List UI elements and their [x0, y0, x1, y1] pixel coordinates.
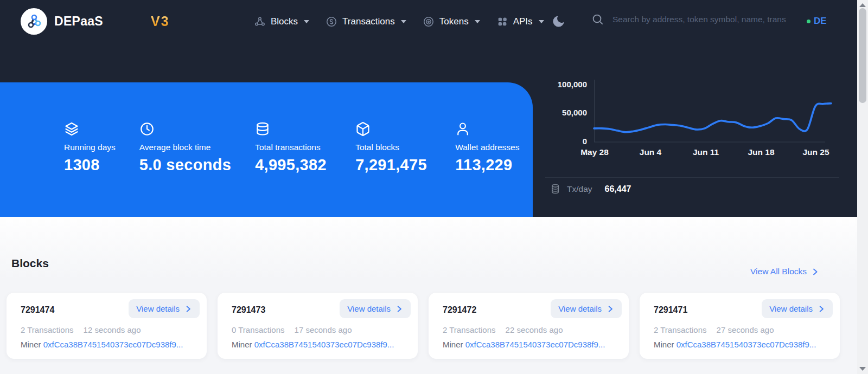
miner-address-link[interactable]: 0xfCca38B7451540373ec07Dc938f9...: [465, 340, 605, 349]
stat-value: 5.0 seconds: [139, 156, 231, 174]
nav-links: Blocks Transactions: [254, 0, 544, 43]
x-axis-tick: Jun 25: [802, 147, 829, 157]
tx-per-day-chart: [594, 79, 833, 145]
stat-value: 1308: [64, 156, 116, 174]
stats-panel: Running days 1308 Average block time 5.0…: [0, 82, 533, 217]
y-axis-tick: 0: [548, 137, 587, 146]
stat-label: Total blocks: [355, 143, 431, 152]
x-axis-tick: Jun 11: [693, 147, 719, 157]
scrollbar-thumb[interactable]: [859, 8, 866, 103]
blocks-icon: [254, 16, 266, 28]
search-bar: [591, 13, 792, 25]
block-card: 7291472 View details 2 Transactions 22 s…: [429, 293, 629, 359]
x-axis-tick: May 28: [580, 147, 609, 157]
nav-item-apis[interactable]: APIs: [496, 16, 544, 28]
stat-value: 4,995,382: [255, 156, 331, 174]
tx-per-day-value: 66,447: [605, 184, 631, 194]
blockchain-explorer-page: DEPaaS V3 Blocks: [0, 0, 868, 374]
blocks-section: Blocks View All Blocks 7291474 View deta…: [0, 217, 857, 374]
view-details-label: View details: [347, 304, 391, 313]
coins-icon: [550, 183, 561, 195]
status-dot-icon: [807, 20, 810, 23]
stat-total-transactions: Total transactions 4,995,382: [255, 121, 331, 217]
navbar: DEPaaS V3 Blocks: [0, 0, 857, 43]
x-axis-tick: Jun 4: [640, 147, 661, 157]
transactions-icon: [326, 16, 337, 28]
clock-icon: [139, 121, 231, 139]
nav-item-tokens[interactable]: Tokens: [423, 16, 480, 28]
miner-address-link[interactable]: 0xfCca38B7451540373ec07Dc938f9...: [43, 340, 183, 349]
block-age: 27 seconds ago: [717, 325, 774, 334]
nav-item-label: APIs: [513, 16, 533, 27]
view-details-button[interactable]: View details: [129, 299, 200, 318]
scroll-up-arrow-icon[interactable]: [859, 3, 866, 7]
user-icon: [455, 121, 519, 139]
view-details-button[interactable]: View details: [762, 299, 833, 318]
layers-icon: [64, 121, 116, 139]
block-age: 17 seconds ago: [295, 325, 352, 334]
block-tx-count: 2 Transactions: [21, 325, 74, 334]
block-cards-row: 7291474 View details 2 Transactions 12 s…: [7, 293, 840, 359]
chevron-right-icon: [395, 305, 403, 313]
y-axis-tick: 50,000: [548, 108, 587, 117]
tx-per-day-label: Tx/day: [567, 184, 592, 194]
chevron-down-icon: [475, 20, 480, 23]
block-tx-count: 2 Transactions: [443, 325, 496, 334]
stat-running-days: Running days 1308: [64, 121, 116, 217]
nav-item-blocks[interactable]: Blocks: [254, 16, 309, 28]
hero-dark-panel: DEPaaS V3 Blocks: [0, 0, 857, 217]
scroll-down-arrow-icon[interactable]: [859, 367, 866, 371]
network-selector[interactable]: DE: [807, 16, 827, 27]
stat-label: Running days: [64, 143, 116, 152]
search-icon[interactable]: [591, 13, 604, 25]
theme-toggle-moon-icon[interactable]: [551, 14, 566, 29]
miner-address-link[interactable]: 0xfCca38B7451540373ec07Dc938f9...: [254, 340, 394, 349]
database-icon: [255, 121, 331, 139]
nav-item-label: Tokens: [439, 16, 469, 27]
chevron-right-icon: [811, 268, 819, 276]
stat-label: Average block time: [139, 143, 231, 152]
search-input[interactable]: [612, 15, 786, 24]
block-tx-count: 2 Transactions: [654, 325, 707, 334]
block-age: 22 seconds ago: [506, 325, 563, 334]
chevron-down-icon: [401, 20, 406, 23]
block-card: 7291474 View details 2 Transactions 12 s…: [7, 293, 207, 359]
brand-name[interactable]: DEPaaS: [54, 14, 103, 29]
miner-label: Miner: [21, 340, 41, 349]
chevron-right-icon: [184, 305, 192, 313]
stat-average-block-time: Average block time 5.0 seconds: [139, 121, 231, 217]
view-details-label: View details: [558, 304, 602, 313]
apis-icon: [496, 16, 508, 28]
miner-address-link[interactable]: 0xfCca38B7451540373ec07Dc938f9...: [676, 340, 816, 349]
divider: [545, 177, 839, 178]
section-title: Blocks: [11, 257, 49, 270]
cube-icon: [355, 121, 431, 139]
stat-wallet-addresses: Wallet addresses 113,229: [455, 121, 519, 217]
block-card: 7291471 View details 2 Transactions 27 s…: [640, 293, 840, 359]
view-details-label: View details: [136, 304, 180, 313]
miner-label: Miner: [232, 340, 252, 349]
tx-chart-line: [594, 104, 831, 132]
network-label: DE: [814, 16, 827, 27]
nav-item-label: Blocks: [271, 16, 298, 27]
block-age: 12 seconds ago: [84, 325, 141, 334]
miner-label: Miner: [443, 340, 463, 349]
view-details-button[interactable]: View details: [340, 299, 411, 318]
chevron-right-icon: [607, 305, 614, 313]
stat-label: Total transactions: [255, 143, 331, 152]
vertical-scrollbar[interactable]: [857, 0, 868, 374]
stat-label: Wallet addresses: [455, 143, 519, 152]
stat-value: 7,291,475: [355, 156, 431, 174]
x-axis-tick: Jun 18: [748, 147, 774, 157]
view-details-button[interactable]: View details: [551, 299, 622, 318]
view-details-label: View details: [769, 304, 813, 313]
nav-item-label: Transactions: [342, 16, 395, 27]
view-all-blocks-label: View All Blocks: [750, 267, 807, 276]
version-badge: V3: [151, 14, 170, 29]
view-all-blocks-link[interactable]: View All Blocks: [750, 267, 819, 276]
brand-logo-icon[interactable]: [21, 8, 47, 35]
block-card: 7291473 View details 0 Transactions 17 s…: [218, 293, 418, 359]
y-axis-tick: 100,000: [548, 80, 587, 89]
nav-item-transactions[interactable]: Transactions: [326, 16, 406, 28]
tokens-icon: [423, 16, 435, 28]
